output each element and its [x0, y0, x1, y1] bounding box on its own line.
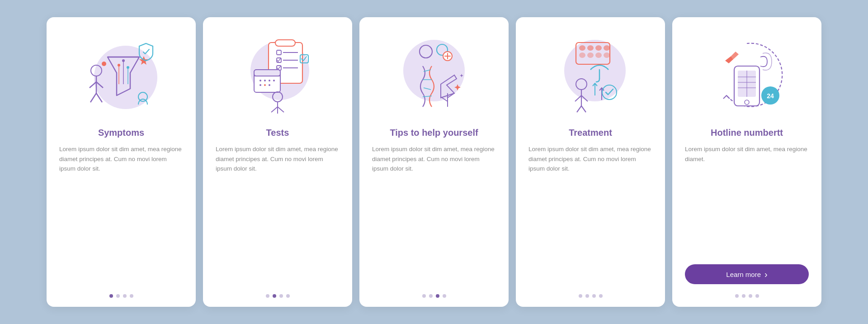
hotline-body: Lorem ipsum dolor sit dim amet, mea regi…: [685, 144, 809, 258]
tips-body: Lorem ipsum dolor sit dim amet, mea regi…: [372, 144, 496, 286]
dot-3[interactable]: [279, 294, 283, 298]
dot-2[interactable]: [429, 294, 433, 298]
tips-illustration: [389, 30, 479, 120]
treatment-illustration: [545, 30, 636, 120]
dot-4[interactable]: [130, 294, 133, 298]
svg-point-3: [102, 62, 106, 66]
dot-1[interactable]: [109, 294, 113, 298]
tests-illustration: [232, 30, 323, 120]
tips-title: Tips to help yourself: [390, 128, 478, 138]
dot-1[interactable]: [579, 294, 582, 298]
svg-point-62: [587, 52, 594, 58]
svg-point-60: [604, 45, 610, 51]
symptoms-illustration: [76, 30, 166, 120]
dot-3[interactable]: [436, 294, 439, 298]
svg-point-57: [579, 45, 585, 51]
svg-point-42: [403, 40, 465, 101]
tests-title: Tests: [266, 128, 289, 138]
dot-2[interactable]: [116, 294, 120, 298]
hotline-title: Hotline numbertt: [711, 128, 783, 138]
svg-point-61: [579, 52, 585, 58]
dot-1[interactable]: [266, 294, 269, 298]
svg-line-40: [278, 107, 284, 112]
dot-4[interactable]: [286, 294, 290, 298]
svg-point-63: [595, 52, 602, 58]
svg-point-59: [595, 45, 602, 51]
svg-text:24: 24: [767, 92, 774, 100]
svg-line-70: [577, 106, 581, 112]
svg-point-17: [127, 66, 129, 69]
svg-point-58: [587, 45, 594, 51]
symptoms-dots: [109, 294, 133, 298]
svg-line-39: [271, 107, 278, 112]
tests-body: Lorem ipsum dolor sit dim amet, mea regi…: [216, 144, 340, 286]
dot-4[interactable]: [443, 294, 446, 298]
card-hotline: 24 Hotline numbertt Lorem ipsum dolor si…: [672, 17, 821, 307]
dot-3[interactable]: [749, 294, 752, 298]
svg-point-15: [122, 59, 125, 62]
dot-3[interactable]: [592, 294, 596, 298]
svg-point-34: [259, 84, 261, 86]
card-symptoms: Symptoms Lorem ipsum dolor sit dim amet,…: [47, 17, 196, 307]
card-tips: Tips to help yourself Lorem ipsum dolor …: [359, 17, 509, 307]
svg-rect-28: [254, 70, 280, 76]
dot-2[interactable]: [585, 294, 589, 298]
dot-3[interactable]: [123, 294, 127, 298]
treatment-dots: [579, 294, 603, 298]
cards-container: Symptoms Lorem ipsum dolor sit dim amet,…: [28, 4, 840, 320]
treatment-body: Lorem ipsum dolor sit dim amet, mea regi…: [528, 144, 652, 286]
svg-line-9: [90, 93, 96, 102]
dot-2[interactable]: [742, 294, 745, 298]
tests-dots: [266, 294, 290, 298]
card-treatment: Treatment Lorem ipsum dolor sit dim amet…: [516, 17, 665, 307]
dot-2[interactable]: [273, 294, 276, 298]
svg-point-0: [94, 46, 157, 109]
svg-rect-20: [275, 40, 295, 46]
dot-1[interactable]: [735, 294, 739, 298]
svg-point-33: [273, 80, 275, 81]
symptoms-body: Lorem ipsum dolor sit dim amet, mea regi…: [59, 144, 183, 286]
svg-point-32: [269, 80, 270, 81]
learn-more-button[interactable]: Learn more: [685, 264, 809, 284]
svg-point-35: [264, 84, 266, 86]
tips-dots: [422, 294, 446, 298]
treatment-title: Treatment: [569, 128, 612, 138]
svg-point-30: [259, 80, 261, 81]
svg-line-71: [581, 106, 586, 112]
dot-1[interactable]: [422, 294, 426, 298]
svg-point-36: [269, 84, 270, 86]
card-tests: Tests Lorem ipsum dolor sit dim amet, me…: [203, 17, 352, 307]
dot-4[interactable]: [599, 294, 603, 298]
svg-point-64: [604, 52, 610, 58]
symptoms-title: Symptoms: [98, 128, 144, 138]
hotline-illustration: 24: [702, 30, 792, 120]
svg-point-31: [264, 80, 266, 81]
svg-point-13: [118, 64, 120, 67]
hotline-dots: [735, 294, 759, 298]
dot-4[interactable]: [755, 294, 759, 298]
